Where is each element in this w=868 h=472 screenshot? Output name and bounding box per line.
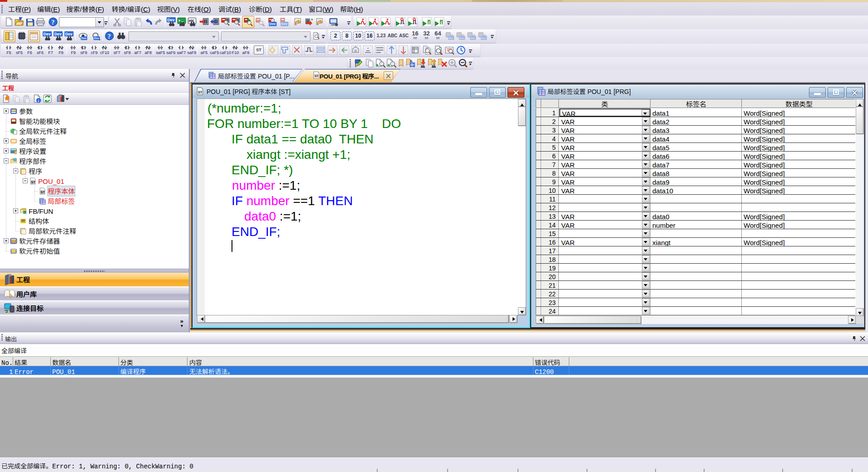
svg-text:ST: ST <box>31 179 35 184</box>
svg-text:ST: ST <box>40 189 45 194</box>
svg-text:ST: ST <box>315 74 318 78</box>
svg-text:ST: ST <box>198 90 202 94</box>
svg-text:IL: IL <box>410 59 413 63</box>
